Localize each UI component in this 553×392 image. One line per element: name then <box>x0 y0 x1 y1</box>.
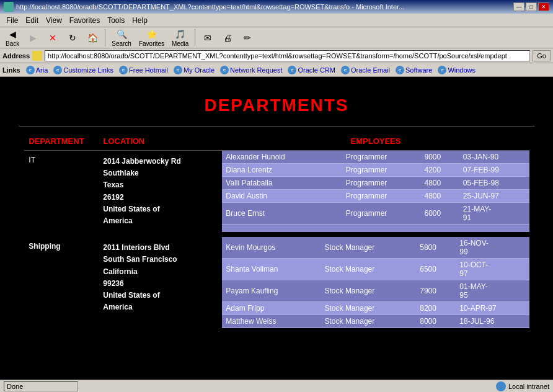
title-bar: http://localhost:8080/oradb/SCOTT/DEPART… <box>0 0 553 14</box>
forward-icon: ▶ <box>27 32 39 44</box>
oracleemail-link-icon: e <box>341 66 350 74</box>
emp-name: Kevin Mourgos <box>222 237 321 259</box>
emp-name: Alexander Hunold <box>222 151 342 164</box>
emp-salary: 8000 <box>416 315 456 328</box>
table-row: Shipping 2011 Interiors BlvdSouth San Fr… <box>24 237 529 328</box>
mail-button[interactable]: ✉ <box>198 30 217 46</box>
menu-view[interactable]: View <box>42 15 66 26</box>
emp-row: Bruce Ernst Programmer 6000 21-MAY-91 <box>222 203 529 225</box>
table-header-row: DEPARTMENT LOCATION EMPLOYEES <box>24 133 529 149</box>
go-button[interactable]: Go <box>533 50 551 61</box>
menu-favorites[interactable]: Favorites <box>66 15 104 26</box>
emp-date: 07-FEB-99 <box>459 164 529 177</box>
link-oracleemail[interactable]: e Oracle Email <box>338 65 392 75</box>
emp-name: Matthew Weiss <box>222 315 321 328</box>
media-icon: 🎵 <box>174 28 187 40</box>
forward-button[interactable]: ▶ <box>24 30 42 46</box>
networkrequest-link-icon: e <box>220 66 229 74</box>
back-button[interactable]: ◀ Back <box>2 26 22 49</box>
windows-link-icon: e <box>438 66 446 74</box>
dept-employees-it: Alexander Hunold Programmer 9000 03-JAN-… <box>222 151 529 232</box>
emp-salary: 5800 <box>416 237 456 259</box>
search-button[interactable]: 🔍 Search <box>108 26 135 49</box>
emp-date: 05-FEB-98 <box>459 177 529 190</box>
col-header-location: LOCATION <box>98 133 222 149</box>
link-hotmail[interactable]: e Free Hotmail <box>117 65 170 75</box>
address-icon <box>32 51 42 61</box>
emp-row: Adam Fripp Stock Manager 8200 10-APR-97 <box>222 302 529 315</box>
emp-row: Matthew Weiss Stock Manager 8000 18-JUL-… <box>222 315 529 328</box>
back-icon: ◀ <box>6 28 19 40</box>
dept-location-it: 2014 Jabberwocky RdSouthlakeTexas26192Un… <box>98 151 222 232</box>
home-icon: 🏠 <box>86 32 99 44</box>
zone-icon <box>496 381 506 391</box>
links-label: Links <box>2 66 20 74</box>
emp-row: Payam Kaufling Stock Manager 7900 01-MAY… <box>222 280 529 302</box>
emp-job: Stock Manager <box>321 280 417 302</box>
emp-salary: 7900 <box>416 280 456 302</box>
print-icon: 🖨 <box>221 32 234 44</box>
emp-row: Alexander Hunold Programmer 9000 03-JAN-… <box>222 151 529 164</box>
print-button[interactable]: 🖨 <box>218 30 237 46</box>
stop-icon: ✕ <box>46 32 59 44</box>
emp-name: Payam Kaufling <box>222 280 321 302</box>
emp-date: 25-JUN-97 <box>459 190 529 203</box>
menu-edit[interactable]: Edit <box>22 15 42 26</box>
toolbar: ◀ Back ▶ ✕ ↻ 🏠 🔍 Search ⭐ Favorites 🎵 Me… <box>0 27 553 48</box>
link-networkrequest[interactable]: e Network Request <box>218 65 285 75</box>
emp-job: Stock Manager <box>321 259 417 280</box>
table-row: IT 2014 Jabberwocky RdSouthlakeTexas2619… <box>24 151 529 232</box>
media-button[interactable]: 🎵 Media <box>169 26 192 49</box>
link-windows[interactable]: e Windows <box>435 65 478 75</box>
emp-job: Programmer <box>342 190 421 203</box>
content-area: DEPARTMENTS DEPARTMENT LOCATION EMPLOYEE… <box>0 77 553 380</box>
menu-file[interactable]: File <box>2 15 22 26</box>
dept-location-shipping: 2011 Interiors BlvdSouth San FranciscoCa… <box>98 237 222 328</box>
emp-row: Valli Pataballa Programmer 4800 05-FEB-9… <box>222 177 529 190</box>
page-title: DEPARTMENTS <box>19 89 534 122</box>
refresh-button[interactable]: ↻ <box>63 30 82 46</box>
emp-salary: 9000 <box>420 151 459 164</box>
emp-salary: 8200 <box>416 302 456 315</box>
refresh-icon: ↻ <box>66 32 79 44</box>
edit-btn[interactable]: ✏ <box>238 30 257 46</box>
emp-job: Programmer <box>342 203 421 225</box>
emp-job: Stock Manager <box>321 237 417 259</box>
software-link-icon: e <box>396 66 404 74</box>
link-oraclecrm[interactable]: e Oracle CRM <box>285 65 338 75</box>
close-button[interactable]: ✕ <box>538 2 549 11</box>
link-aria[interactable]: e Aria <box>24 65 51 75</box>
hotmail-link-icon: e <box>119 66 128 74</box>
emp-salary: 6000 <box>420 203 459 225</box>
emp-row: David Austin Programmer 4800 25-JUN-97 <box>222 190 529 203</box>
emp-date: 10-OCT-97 <box>456 259 529 280</box>
emp-job: Stock Manager <box>321 302 417 315</box>
zone-label: Local intranet <box>508 383 549 390</box>
emp-job: Programmer <box>342 151 421 164</box>
link-myoracle[interactable]: e My Oracle <box>171 65 217 75</box>
emp-job: Programmer <box>342 177 421 190</box>
link-software[interactable]: e Software <box>393 65 435 75</box>
app-icon <box>4 2 14 12</box>
address-label: Address <box>2 52 30 60</box>
emp-date: 10-APR-97 <box>456 302 529 315</box>
maximize-button[interactable]: □ <box>526 2 537 11</box>
emp-salary: 6500 <box>416 259 456 280</box>
home-button[interactable]: 🏠 <box>83 30 102 46</box>
emp-date: 18-JUL-96 <box>456 315 529 328</box>
stop-button[interactable]: ✕ <box>43 30 62 46</box>
emp-job: Programmer <box>342 164 421 177</box>
minimize-button[interactable]: — <box>513 2 524 11</box>
link-customize[interactable]: e Customize Links <box>51 65 116 75</box>
emp-row: Diana Lorentz Programmer 4200 07-FEB-99 <box>222 164 529 177</box>
menu-tools[interactable]: Tools <box>104 15 128 26</box>
emp-salary: 4200 <box>420 164 459 177</box>
emp-date: 16-NOV-99 <box>456 237 529 259</box>
emp-name: Diana Lorentz <box>222 164 342 177</box>
address-input[interactable] <box>45 50 530 61</box>
favorites-button[interactable]: ⭐ Favorites <box>136 26 167 49</box>
status-text: Done <box>4 381 78 391</box>
separator-2 <box>195 29 195 47</box>
menu-help[interactable]: Help <box>128 15 151 26</box>
oraclecrm-link-icon: e <box>288 66 296 74</box>
